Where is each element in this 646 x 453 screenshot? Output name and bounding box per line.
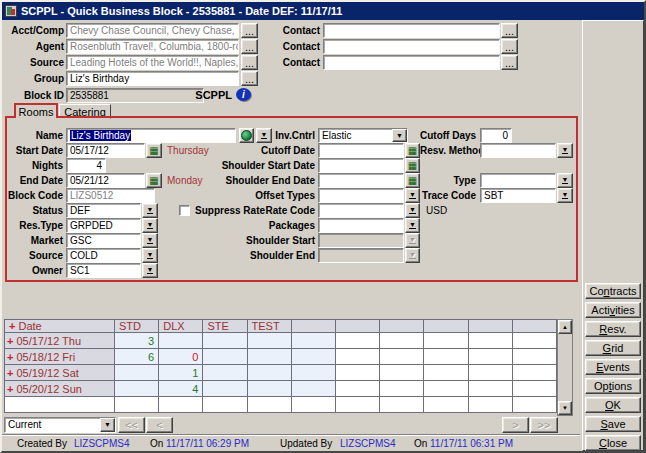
grid-cell[interactable] <box>159 333 203 349</box>
grid-cell[interactable] <box>203 381 247 397</box>
grid-row-date: +05/17/12 Thu <box>5 333 115 349</box>
grid-cell[interactable] <box>247 349 291 365</box>
grid-col-ste: STE <box>203 320 247 333</box>
grid-row: +05/17/12 Thu 3 <box>5 333 557 349</box>
contracts-button[interactable]: Contracts <box>585 283 641 299</box>
dropdown-arrow-icon[interactable]: ▼ <box>100 418 115 432</box>
expand-icon[interactable]: + <box>7 383 13 395</box>
grid-date-header: +Date <box>5 320 115 333</box>
created-by-value: LIZSCPMS4 <box>74 437 130 451</box>
tab-rooms[interactable]: Rooms <box>14 103 58 118</box>
first-page-button[interactable]: << <box>118 417 145 433</box>
resv-button[interactable]: Resv. <box>585 321 641 337</box>
group-label: Group <box>4 71 64 86</box>
acct-comp-lookup-button[interactable]: ... <box>241 23 258 38</box>
updated-on-label: On <box>414 437 427 451</box>
grid-cell[interactable]: 1 <box>159 365 203 381</box>
grid-row-date: +05/19/12 Sat <box>5 365 115 381</box>
updated-by-value: LIZSCPMS4 <box>340 437 396 451</box>
grid-cell[interactable]: 6 <box>115 349 159 365</box>
grid-row: +05/18/12 Fri 6 0 <box>5 349 557 365</box>
source-lookup-button[interactable]: ... <box>241 55 258 70</box>
activities-button[interactable]: Activities <box>585 302 641 318</box>
save-button[interactable]: Save <box>585 416 641 432</box>
contact2-field[interactable] <box>323 39 500 54</box>
grid-cell[interactable] <box>247 333 291 349</box>
contact3-field[interactable] <box>323 55 500 70</box>
grid-button[interactable]: Grid <box>585 340 641 356</box>
contact3-label: Contact <box>282 55 320 70</box>
grid-cell[interactable]: 0 <box>159 349 203 365</box>
room-grid: +Date STD DLX STE TEST +05/17/12 Thu 3 +… <box>4 319 557 413</box>
contact3-lookup-button[interactable]: ... <box>501 55 518 70</box>
close-button[interactable]: Close <box>585 435 641 451</box>
source-company-label: Source <box>4 55 64 70</box>
grid-cell[interactable] <box>203 349 247 365</box>
scroll-up-icon[interactable]: ▲ <box>558 320 572 334</box>
contact1-field[interactable] <box>323 23 500 38</box>
grid-cell[interactable]: 3 <box>115 333 159 349</box>
expand-icon[interactable]: + <box>7 351 13 363</box>
acct-comp-label: Acct/Comp <box>4 23 64 38</box>
grid-empty-row <box>5 397 557 413</box>
contact2-lookup-button[interactable]: ... <box>501 39 518 54</box>
agent-lookup-button[interactable]: ... <box>241 39 258 54</box>
grid-cell[interactable] <box>203 365 247 381</box>
expand-icon[interactable]: + <box>7 335 13 347</box>
source-company-field[interactable]: Leading Hotels of the World!!, Naples, 1… <box>66 55 239 70</box>
created-on-label: On <box>150 437 163 451</box>
agent-field[interactable]: Rosenbluth Travel!, Columbia, 1800-roser <box>66 39 239 54</box>
block-id-label: Block ID <box>4 88 64 103</box>
grid-col-dlx: DLX <box>159 320 203 333</box>
options-button[interactable]: Options <box>585 378 641 394</box>
contact2-label: Contact <box>282 39 320 54</box>
ok-button[interactable]: OK <box>585 397 641 413</box>
view-selector-combo[interactable]: Current▼ <box>4 417 116 433</box>
group-field[interactable]: Liz's Birthday <box>66 71 239 86</box>
updated-by-label: Updated By <box>280 437 332 451</box>
grid-col-test: TEST <box>247 320 291 333</box>
acct-comp-field[interactable]: Chevy Chase Council, Chevy Chase, 1800 <box>66 23 239 38</box>
grid-row-date: +05/20/12 Sun <box>5 381 115 397</box>
scroll-down-icon[interactable]: ▼ <box>558 401 572 415</box>
info-icon[interactable]: i <box>236 88 251 101</box>
grid-cell[interactable]: 4 <box>159 381 203 397</box>
rooms-tab-outline <box>5 116 578 282</box>
grid-cell[interactable] <box>203 333 247 349</box>
window-title: SCPPL - Quick Business Block - 2535881 -… <box>21 5 342 17</box>
title-bar: SCPPL - Quick Business Block - 2535881 -… <box>2 2 644 20</box>
expand-icon[interactable]: + <box>7 367 13 379</box>
grid-col-std: STD <box>115 320 159 333</box>
last-page-button[interactable]: >> <box>530 417 558 433</box>
resort-code-label: SCPPL <box>152 88 232 103</box>
created-by-label: Created By <box>17 437 67 451</box>
view-selector-value: Current <box>8 419 41 430</box>
prev-page-button[interactable]: < <box>146 417 173 433</box>
grid-cell[interactable] <box>115 381 159 397</box>
grid-cell[interactable] <box>247 381 291 397</box>
group-lookup-button[interactable]: ... <box>241 71 258 86</box>
agent-label: Agent <box>4 39 64 54</box>
grid-row-date: +05/18/12 Fri <box>5 349 115 365</box>
app-icon <box>5 5 17 17</box>
events-button[interactable]: Events <box>585 359 641 375</box>
grid-cell[interactable] <box>115 365 159 381</box>
grid-row: +05/19/12 Sat 1 <box>5 365 557 381</box>
grid-row: +05/20/12 Sun 4 <box>5 381 557 397</box>
contact1-lookup-button[interactable]: ... <box>501 23 518 38</box>
next-page-button[interactable]: > <box>502 417 529 433</box>
status-bar-divider <box>2 434 580 436</box>
updated-on-value: 11/17/11 06:31 PM <box>430 437 513 451</box>
grid-header-row: +Date STD DLX STE TEST <box>5 320 557 333</box>
contact1-label: Contact <box>282 23 320 38</box>
quick-business-block-window: SCPPL - Quick Business Block - 2535881 -… <box>0 0 646 453</box>
grid-cell[interactable] <box>247 365 291 381</box>
grid-scrollbar[interactable]: ▲ ▼ <box>557 319 573 416</box>
expand-icon: + <box>9 320 15 332</box>
created-on-value: 11/17/11 06:29 PM <box>166 437 249 451</box>
